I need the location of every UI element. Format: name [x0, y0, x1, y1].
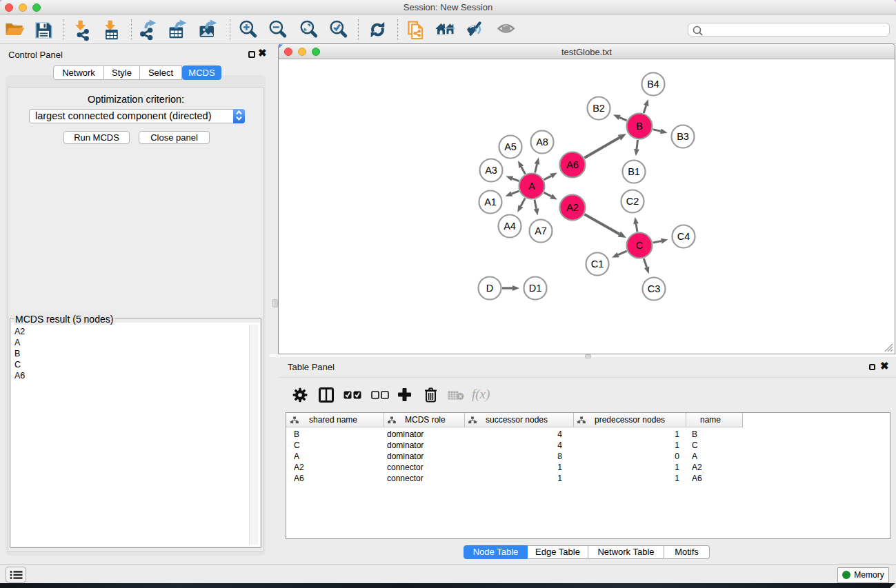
svg-text:A: A	[528, 181, 535, 192]
svg-text:B1: B1	[628, 166, 640, 177]
svg-text:B3: B3	[677, 131, 689, 142]
svg-text:A3: A3	[485, 165, 497, 176]
svg-text:C1: C1	[591, 258, 604, 270]
svg-text:B: B	[636, 121, 643, 132]
svg-text:C3: C3	[648, 283, 661, 294]
svg-text:D1: D1	[529, 283, 542, 294]
svg-text:A8: A8	[536, 136, 548, 148]
svg-text:C4: C4	[677, 231, 690, 242]
svg-text:A6: A6	[566, 159, 579, 170]
svg-text:A4: A4	[504, 221, 516, 232]
svg-text:A1: A1	[484, 196, 497, 207]
svg-text:D: D	[486, 283, 493, 294]
svg-text:A5: A5	[504, 141, 517, 152]
svg-text:A2: A2	[566, 202, 579, 213]
svg-text:A7: A7	[535, 225, 547, 236]
svg-text:C: C	[636, 240, 643, 251]
svg-text:C2: C2	[626, 196, 639, 207]
svg-text:B4: B4	[647, 79, 659, 90]
svg-text:B2: B2	[593, 103, 605, 114]
